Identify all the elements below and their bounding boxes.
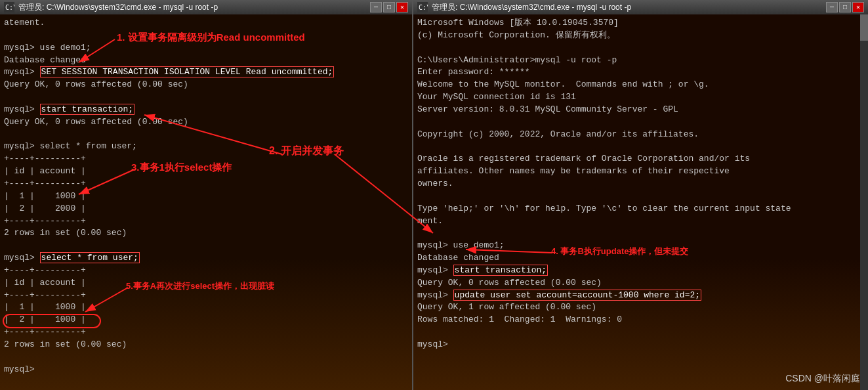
r-line-password: Enter password: ******	[417, 66, 864, 79]
titlebar-right: C:\ 管理员: C:\Windows\system32\cmd.exe - m…	[413, 0, 868, 14]
terminal-content-right: Microsoft Windows [版本 10.0.19045.3570] (…	[413, 14, 868, 390]
terminal-left: C:\ 管理员: C:\Windows\system32\cmd.exe - m…	[0, 0, 413, 390]
line-row-1-1: | 1 | 1000 |	[4, 190, 408, 203]
line-blank-4	[4, 240, 408, 252]
r-line-corp: (c) Microsoft Corporation. 保留所有权利。	[417, 30, 864, 42]
minimize-button-right[interactable]: ─	[826, 2, 838, 12]
line-db-changed: Database changed	[4, 54, 408, 67]
r-line-windows: Microsoft Windows [版本 10.0.19045.3570]	[417, 17, 864, 30]
titlebar-left: C:\ 管理员: C:\Windows\system32\cmd.exe - m…	[0, 0, 412, 14]
close-button-left[interactable]: ✕	[396, 2, 408, 12]
line-table-border-3: +----+---------+	[4, 215, 408, 228]
r-line-oracle3: owners.	[417, 178, 864, 190]
line-rows-2: 2 rows in set (0.00 sec)	[4, 339, 408, 351]
line-row-2-1: | 1 | 1000 |	[4, 301, 408, 314]
start-tx-highlight-right: start transaction;	[453, 265, 548, 276]
line-blank-5	[4, 351, 408, 364]
start-tx-highlight-left: start transaction;	[40, 104, 134, 115]
line-row-1-2: | 2 | 2000 |	[4, 203, 408, 215]
r-line-help2: ment.	[417, 215, 864, 228]
line-set-session: mysql> SET SESSION TRANSACTION ISOLATION…	[4, 66, 408, 79]
set-session-highlight: SET SESSION TRANSACTION ISOLATION LEVEL …	[40, 66, 335, 77]
update-highlight: update user set account=account-1000 whe…	[453, 290, 701, 301]
cmd-icon-right: C:\	[417, 2, 428, 12]
r-line-update-ok: Query OK, 1 row affected (0.00 sec)	[417, 301, 864, 314]
titlebar-title-right: 管理员: C:\Windows\system32\cmd.exe - mysql…	[432, 2, 822, 13]
r-line-queryok: Query OK, 0 rows affected (0.00 sec)	[417, 277, 864, 290]
line-select-2: mysql> select * from user;	[4, 252, 408, 265]
r-line-oracle1: Oracle is a registered trademark of Orac…	[417, 153, 864, 165]
line-table-border-2: +----+---------+	[4, 178, 408, 190]
csdn-watermark: CSDN @叶落闲庭	[785, 373, 860, 385]
line-query-ok-2: Query OK, 0 rows affected (0.00 sec)	[4, 116, 408, 129]
window-controls-left: ─ □ ✕	[370, 2, 408, 12]
window-controls-right: ─ □ ✕	[826, 2, 864, 12]
r-line-copyright: Copyright (c) 2000, 2022, Oracle and/or …	[417, 129, 864, 141]
r-line-blank-5	[417, 227, 864, 240]
r-line-blank-1	[417, 42, 864, 54]
line-rows-1: 2 rows in set (0.00 sec)	[4, 227, 408, 240]
r-line-starttx: mysql> start transaction;	[417, 265, 864, 277]
terminal-right: C:\ 管理员: C:\Windows\system32\cmd.exe - m…	[413, 0, 868, 390]
r-line-version: Server version: 8.0.31 MySQL Community S…	[417, 104, 864, 116]
line-blank-2	[4, 91, 408, 104]
r-line-connid: Your MySQL connection id is 131	[417, 91, 864, 104]
svg-text:C:\: C:\	[419, 4, 428, 11]
r-line-oracle2: affiliates. Other names may be trademark…	[417, 165, 864, 178]
minimize-button-left[interactable]: ─	[370, 2, 382, 12]
line-select-1: mysql> select * from user;	[4, 141, 408, 153]
maximize-button-right[interactable]: □	[839, 2, 851, 12]
terminal-content-left: atement. mysql> use demo1; Database chan…	[0, 14, 412, 390]
r-line-rows-matched: Rows matched: 1 Changed: 1 Warnings: 0	[417, 314, 864, 326]
r-line-welcome: Welcome to the MySQL monitor. Commands e…	[417, 79, 864, 91]
annotation-1: 1. 设置事务隔离级别为Read uncommitted	[117, 32, 305, 44]
r-line-blank-6	[417, 326, 864, 339]
line-0: atement.	[4, 17, 408, 30]
line-table-border-6: +----+---------+	[4, 326, 408, 339]
r-line-update: mysql> update user set account=account-1…	[417, 290, 864, 302]
close-button-right[interactable]: ✕	[852, 2, 864, 12]
maximize-button-left[interactable]: □	[383, 2, 395, 12]
svg-text:C:\: C:\	[5, 4, 14, 11]
line-prompt-left: mysql>	[4, 364, 408, 376]
line-table-border-4: +----+---------+	[4, 265, 408, 277]
r-line-blank-3	[417, 141, 864, 153]
annotation-3: 3.事务1执行select操作	[131, 162, 232, 174]
annotation-5: 5.事务A再次进行select操作，出现脏读	[126, 280, 274, 292]
line-start-tx: mysql> start transaction;	[4, 104, 408, 116]
annotation-4: 4. 事务B执行update操作，但未提交	[551, 246, 688, 257]
cmd-icon-left: C:\	[4, 2, 14, 12]
r-line-mysql-cmd: C:\Users\Administrator>mysql -u root -p	[417, 54, 864, 67]
titlebar-title-left: 管理员: C:\Windows\system32\cmd.exe - mysql…	[18, 2, 366, 13]
line-query-ok-1: Query OK, 0 rows affected (0.00 sec)	[4, 79, 408, 91]
r-line-help1: Type 'help;' or '\h' for help. Type '\c'…	[417, 203, 864, 215]
r-line-blank-4	[417, 190, 864, 203]
r-line-blank-2	[417, 116, 864, 129]
line-blank-3	[4, 129, 408, 141]
select-from-user-highlight: select * from user;	[40, 252, 140, 263]
r-line-prompt: mysql>	[417, 339, 864, 351]
line-row-2-2: | 2 | 1000 |	[4, 314, 408, 326]
